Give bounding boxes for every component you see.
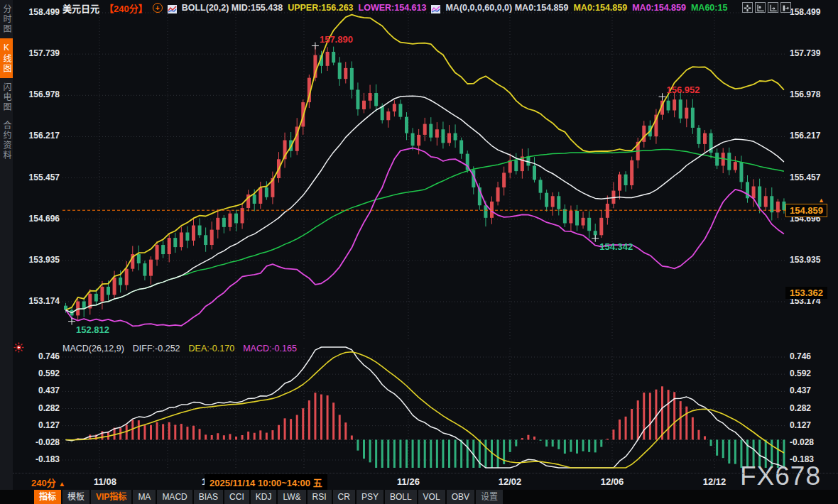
period-dropdown-icon: ▲ <box>58 480 65 488</box>
indicator-readout: UPPER:156.263 <box>288 3 353 13</box>
macd-axis-label-left: 0.592 <box>13 368 60 378</box>
macd-chart-canvas[interactable] <box>62 345 787 473</box>
macd-axis-label-right: 0.746 <box>790 351 837 361</box>
x-axis-tick: 12/02 <box>485 476 535 487</box>
move-icon[interactable] <box>742 2 753 13</box>
toolbar-button-macd[interactable]: MACD <box>157 490 192 504</box>
price-axis-label-left: 153.174 <box>13 296 60 306</box>
sidebar-item-kline-chart[interactable]: K线图 <box>0 38 13 78</box>
window-toolbar <box>742 2 791 13</box>
price-axis-label-left: 153.935 <box>13 255 60 265</box>
period-selector[interactable]: 240分 ▲ <box>31 476 65 489</box>
last-price-marker-icon: ▲ <box>818 197 825 204</box>
macd-axis-label-left: 0.437 <box>13 385 60 395</box>
macd-diff-value: DIFF:-0.252 <box>133 344 180 354</box>
time-axis: 240分 ▲ 11/0811/1411/2612/0212/0612/12 20… <box>13 473 838 491</box>
sidebar-item-time-chart[interactable]: 分时图 <box>0 0 13 38</box>
x-axis-tick: 12/06 <box>587 476 637 487</box>
macd-bar-value: MACD:-0.165 <box>243 344 297 354</box>
macd-dea-value: DEA:-0.170 <box>189 344 235 354</box>
indicator-readout: MA(0,0,0,60,0,0) MA0:154.859 <box>445 3 568 13</box>
macd-axis-label-right: 0.437 <box>790 385 837 395</box>
collapse-panel-icon[interactable] <box>780 2 791 13</box>
macd-axis-label-left: 0.282 <box>13 403 60 413</box>
extreme-marker-icon <box>592 235 599 242</box>
price-axis-label-left: 156.217 <box>13 131 60 141</box>
chart-header: 美元日元 【240分】 + BOLL(20,2) MID:155.438UPPE… <box>62 1 727 14</box>
price-extreme-annotation: 157.890 <box>320 34 353 45</box>
macd-axis-label-right: -0.183 <box>790 454 837 464</box>
price-axis-label-right: 153.935 <box>790 255 837 265</box>
toolbar-button-kdj[interactable]: KDJ <box>251 490 277 504</box>
price-axis-label-right: 156.217 <box>790 131 837 141</box>
toolbar-button-vip-indicators[interactable]: VIP指标 <box>91 490 131 504</box>
toolbar-button-boll[interactable]: BOLL <box>385 490 417 504</box>
macd-axis-label-left: 0.127 <box>13 420 60 430</box>
indicator-readout: MA0:154.859 <box>573 3 627 13</box>
toolbar-button-cr[interactable]: CR <box>333 490 355 504</box>
toolbar-button-indicators[interactable]: 指标 <box>34 490 61 504</box>
toolbar-button-psy[interactable]: PSY <box>357 490 383 504</box>
symbol-title: 美元日元 <box>62 1 99 15</box>
toolbar-button-vol[interactable]: VOL <box>418 490 445 504</box>
macd-header: MACD(26,12,9) DIFF:-0.252 DEA:-0.170 MAC… <box>62 344 297 354</box>
fit-price-axis-icon[interactable] <box>755 2 766 13</box>
toolbar-button-obv[interactable]: OBV <box>447 490 474 504</box>
toolbar-button-settings[interactable]: 设置 <box>476 490 503 504</box>
crosshair-date-label: 2025/11/14 10:00~14:00 五 <box>205 474 327 491</box>
macd-axis-label-left: -0.028 <box>13 437 60 447</box>
toolbar-button-bias[interactable]: BIAS <box>194 490 223 504</box>
indicator-chart-icon[interactable] <box>168 4 177 12</box>
boll-upper-line <box>66 15 784 310</box>
price-extreme-annotation: 154.342 <box>599 241 633 252</box>
price-axis-label-left: 156.978 <box>13 89 60 99</box>
macd-axis-label-right: 0.282 <box>790 403 837 413</box>
period-tag: 【240分】 <box>104 1 148 15</box>
price-axis-label-right: 156.978 <box>790 89 837 99</box>
indicator-readout: LOWER:154.613 <box>359 3 427 13</box>
x-axis-tick: 11/26 <box>383 476 433 487</box>
sidebar-item-contract-info[interactable]: 合约资料 <box>0 116 13 165</box>
toolbar-button-cci[interactable]: CCI <box>224 490 249 504</box>
price-grid <box>62 9 787 341</box>
toolbar-button-templates[interactable]: 模板 <box>62 490 89 504</box>
macd-axis-label-right: -0.028 <box>790 437 837 447</box>
indicator-toolbar: 指标模板VIP指标MAMACDBIASCCIKDJLW&RSICRPSYBOLL… <box>0 490 838 504</box>
price-extreme-annotation: 156.952 <box>667 84 700 95</box>
toolbar-button-ma[interactable]: MA <box>133 490 156 504</box>
toolbar-button-rsi[interactable]: RSI <box>308 490 332 504</box>
macd-name: MACD(26,12,9) <box>62 344 124 354</box>
fit-time-axis-icon[interactable] <box>768 2 778 13</box>
price-axis-label-left: 155.457 <box>13 172 60 182</box>
price-extreme-annotation: 152.812 <box>76 324 109 335</box>
last-price-badge: 154.859 <box>785 204 827 217</box>
price-axis-label-left: 157.739 <box>13 48 60 58</box>
price-axis-label-left: 154.696 <box>13 214 60 224</box>
x-axis-tick: 12/12 <box>690 476 739 487</box>
macd-axis-label-right: 0.592 <box>790 368 837 378</box>
price-axis-label-right: 158.499 <box>790 7 837 17</box>
x-axis-tick: 11/08 <box>80 476 130 487</box>
macd-axis-label-right: 0.127 <box>790 420 837 430</box>
price-axis-label-left: 158.499 <box>13 7 60 17</box>
indicator-readout: MA0:154.859 <box>632 3 686 13</box>
price-chart-canvas[interactable] <box>62 0 787 345</box>
indicator-readout: BOLL(20,2) MID:155.438 <box>182 3 283 13</box>
price-axis-label-right: 157.739 <box>790 48 837 58</box>
toolbar-button-lw[interactable]: LW& <box>278 490 305 504</box>
chart-type-sidebar: 分时图K线图闪电图合约资料 <box>0 0 13 490</box>
add-indicator-icon[interactable]: + <box>153 3 163 13</box>
indicator-readout: MA60:15 <box>691 3 727 13</box>
macd-axis-label-left: -0.183 <box>13 454 60 464</box>
chart-window: 分时图K线图闪电图合约资料 美元日元 【240分】 + BOLL(20,2) M… <box>0 0 838 504</box>
sidebar-item-flash-chart[interactable]: 闪电图 <box>0 78 13 116</box>
macd-settings-icon[interactable] <box>13 342 24 356</box>
indicator-chart-icon[interactable] <box>431 4 440 12</box>
indicator-readouts: BOLL(20,2) MID:155.438UPPER:156.263LOWER… <box>168 3 728 13</box>
price-axis-label-right: 155.457 <box>790 172 837 182</box>
extreme-marker-icon <box>312 43 319 50</box>
reference-price-badge: 153.362 <box>785 287 827 299</box>
